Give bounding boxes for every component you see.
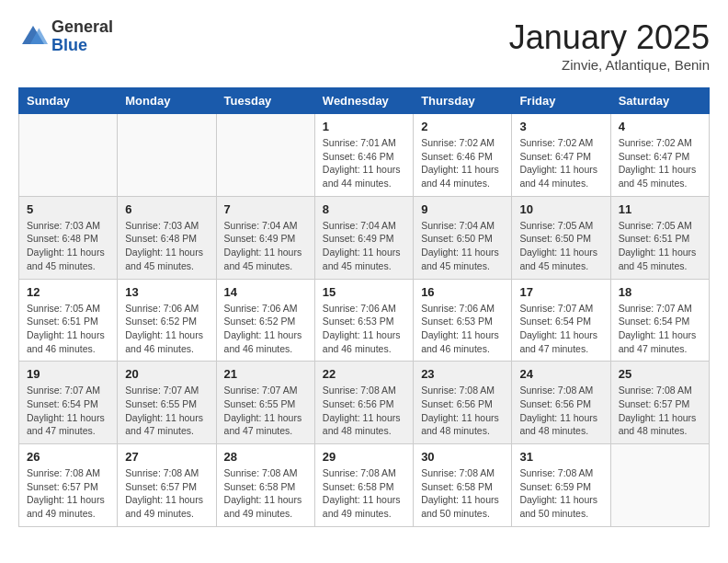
day-info: Sunrise: 7:06 AMSunset: 6:53 PMDaylight:… (323, 302, 405, 356)
logo: General Blue (18, 18, 113, 55)
calendar-day-header: Saturday (610, 88, 709, 114)
calendar-table: SundayMondayTuesdayWednesdayThursdayFrid… (18, 87, 710, 527)
day-number: 19 (27, 367, 109, 381)
day-info: Sunrise: 7:05 AMSunset: 6:51 PMDaylight:… (619, 219, 701, 273)
day-number: 30 (421, 450, 504, 464)
day-info: Sunrise: 7:05 AMSunset: 6:51 PMDaylight:… (27, 302, 109, 356)
calendar-subtitle: Zinvie, Atlantique, Benin (509, 57, 710, 73)
calendar-week-row: 19Sunrise: 7:07 AMSunset: 6:54 PMDayligh… (19, 362, 710, 444)
calendar-day-cell: 14Sunrise: 7:06 AMSunset: 6:52 PMDayligh… (216, 279, 314, 362)
day-number: 28 (224, 450, 307, 464)
day-info: Sunrise: 7:08 AMSunset: 6:58 PMDaylight:… (323, 466, 405, 521)
calendar-day-header: Monday (118, 88, 216, 114)
day-info: Sunrise: 7:08 AMSunset: 6:58 PMDaylight:… (224, 466, 307, 521)
logo-blue: Blue (51, 37, 113, 55)
day-number: 14 (224, 285, 307, 299)
day-info: Sunrise: 7:06 AMSunset: 6:52 PMDaylight:… (125, 302, 208, 356)
day-number: 11 (619, 202, 701, 216)
calendar-week-row: 26Sunrise: 7:08 AMSunset: 6:57 PMDayligh… (19, 444, 710, 527)
day-info: Sunrise: 7:04 AMSunset: 6:49 PMDaylight:… (323, 219, 405, 273)
calendar-day-cell: 22Sunrise: 7:08 AMSunset: 6:56 PMDayligh… (314, 362, 413, 444)
day-number: 6 (125, 202, 208, 216)
logo-text: General Blue (51, 18, 113, 55)
day-number: 15 (323, 285, 405, 299)
day-number: 9 (421, 202, 504, 216)
day-number: 16 (421, 285, 504, 299)
day-number: 27 (125, 450, 208, 464)
day-number: 12 (27, 285, 109, 299)
page-header: General Blue January 2025 Zinvie, Atlant… (18, 18, 710, 73)
day-number: 17 (519, 285, 602, 299)
calendar-day-cell: 21Sunrise: 7:07 AMSunset: 6:55 PMDayligh… (216, 362, 314, 444)
day-info: Sunrise: 7:03 AMSunset: 6:48 PMDaylight:… (125, 219, 208, 273)
day-info: Sunrise: 7:08 AMSunset: 6:58 PMDaylight:… (421, 466, 504, 521)
calendar-day-cell: 26Sunrise: 7:08 AMSunset: 6:57 PMDayligh… (19, 444, 118, 527)
day-number: 26 (27, 450, 109, 464)
logo-icon (18, 22, 48, 52)
day-info: Sunrise: 7:03 AMSunset: 6:48 PMDaylight:… (27, 219, 109, 273)
day-info: Sunrise: 7:08 AMSunset: 6:57 PMDaylight:… (125, 466, 208, 521)
day-info: Sunrise: 7:02 AMSunset: 6:46 PMDaylight:… (421, 136, 504, 190)
calendar-day-cell (19, 114, 118, 197)
calendar-day-cell: 28Sunrise: 7:08 AMSunset: 6:58 PMDayligh… (216, 444, 314, 527)
calendar-day-cell: 27Sunrise: 7:08 AMSunset: 6:57 PMDayligh… (118, 444, 216, 527)
day-info: Sunrise: 7:08 AMSunset: 6:57 PMDaylight:… (619, 384, 701, 438)
day-number: 29 (323, 450, 405, 464)
calendar-day-header: Friday (512, 88, 610, 114)
calendar-day-cell: 8Sunrise: 7:04 AMSunset: 6:49 PMDaylight… (314, 196, 413, 279)
calendar-day-cell: 18Sunrise: 7:07 AMSunset: 6:54 PMDayligh… (610, 279, 709, 362)
day-number: 2 (421, 120, 504, 133)
calendar-day-cell: 29Sunrise: 7:08 AMSunset: 6:58 PMDayligh… (314, 444, 413, 527)
day-info: Sunrise: 7:01 AMSunset: 6:46 PMDaylight:… (323, 136, 405, 190)
day-number: 7 (224, 202, 307, 216)
day-number: 13 (125, 285, 208, 299)
day-info: Sunrise: 7:08 AMSunset: 6:57 PMDaylight:… (27, 466, 109, 521)
day-info: Sunrise: 7:02 AMSunset: 6:47 PMDaylight:… (619, 136, 701, 190)
day-number: 1 (323, 120, 405, 133)
calendar-week-row: 5Sunrise: 7:03 AMSunset: 6:48 PMDaylight… (19, 196, 710, 279)
calendar-day-cell (118, 114, 216, 197)
calendar-day-cell: 11Sunrise: 7:05 AMSunset: 6:51 PMDayligh… (610, 196, 709, 279)
calendar-day-cell: 23Sunrise: 7:08 AMSunset: 6:56 PMDayligh… (414, 362, 512, 444)
day-number: 4 (619, 120, 701, 133)
calendar-day-cell: 3Sunrise: 7:02 AMSunset: 6:47 PMDaylight… (512, 114, 610, 197)
day-number: 21 (224, 367, 307, 381)
day-info: Sunrise: 7:08 AMSunset: 6:56 PMDaylight:… (519, 384, 602, 438)
calendar-day-cell: 17Sunrise: 7:07 AMSunset: 6:54 PMDayligh… (512, 279, 610, 362)
calendar-day-cell: 4Sunrise: 7:02 AMSunset: 6:47 PMDaylight… (610, 114, 709, 197)
logo-general: General (51, 18, 113, 37)
calendar-day-cell: 1Sunrise: 7:01 AMSunset: 6:46 PMDaylight… (314, 114, 413, 197)
day-number: 5 (27, 202, 109, 216)
day-info: Sunrise: 7:06 AMSunset: 6:53 PMDaylight:… (421, 302, 504, 356)
calendar-day-cell: 13Sunrise: 7:06 AMSunset: 6:52 PMDayligh… (118, 279, 216, 362)
calendar-day-header: Thursday (414, 88, 512, 114)
calendar-day-cell: 7Sunrise: 7:04 AMSunset: 6:49 PMDaylight… (216, 196, 314, 279)
day-info: Sunrise: 7:07 AMSunset: 6:55 PMDaylight:… (224, 384, 307, 438)
calendar-week-row: 12Sunrise: 7:05 AMSunset: 6:51 PMDayligh… (19, 279, 710, 362)
day-number: 25 (619, 367, 701, 381)
calendar-day-cell: 20Sunrise: 7:07 AMSunset: 6:55 PMDayligh… (118, 362, 216, 444)
day-number: 22 (323, 367, 405, 381)
calendar-day-cell: 5Sunrise: 7:03 AMSunset: 6:48 PMDaylight… (19, 196, 118, 279)
calendar-day-cell: 12Sunrise: 7:05 AMSunset: 6:51 PMDayligh… (19, 279, 118, 362)
calendar-day-cell: 10Sunrise: 7:05 AMSunset: 6:50 PMDayligh… (512, 196, 610, 279)
calendar-day-cell (610, 444, 709, 527)
day-number: 10 (519, 202, 602, 216)
calendar-day-header: Wednesday (314, 88, 413, 114)
calendar-day-cell: 25Sunrise: 7:08 AMSunset: 6:57 PMDayligh… (610, 362, 709, 444)
calendar-day-cell: 19Sunrise: 7:07 AMSunset: 6:54 PMDayligh… (19, 362, 118, 444)
calendar-day-cell: 15Sunrise: 7:06 AMSunset: 6:53 PMDayligh… (314, 279, 413, 362)
day-number: 18 (619, 285, 701, 299)
day-info: Sunrise: 7:04 AMSunset: 6:49 PMDaylight:… (224, 219, 307, 273)
calendar-header-row: SundayMondayTuesdayWednesdayThursdayFrid… (19, 88, 710, 114)
day-info: Sunrise: 7:08 AMSunset: 6:56 PMDaylight:… (323, 384, 405, 438)
day-info: Sunrise: 7:05 AMSunset: 6:50 PMDaylight:… (519, 219, 602, 273)
calendar-day-header: Tuesday (216, 88, 314, 114)
calendar-day-header: Sunday (19, 88, 118, 114)
day-number: 23 (421, 367, 504, 381)
day-info: Sunrise: 7:08 AMSunset: 6:59 PMDaylight:… (519, 466, 602, 521)
calendar-day-cell: 31Sunrise: 7:08 AMSunset: 6:59 PMDayligh… (512, 444, 610, 527)
day-info: Sunrise: 7:08 AMSunset: 6:56 PMDaylight:… (421, 384, 504, 438)
calendar-day-cell: 6Sunrise: 7:03 AMSunset: 6:48 PMDaylight… (118, 196, 216, 279)
day-number: 20 (125, 367, 208, 381)
